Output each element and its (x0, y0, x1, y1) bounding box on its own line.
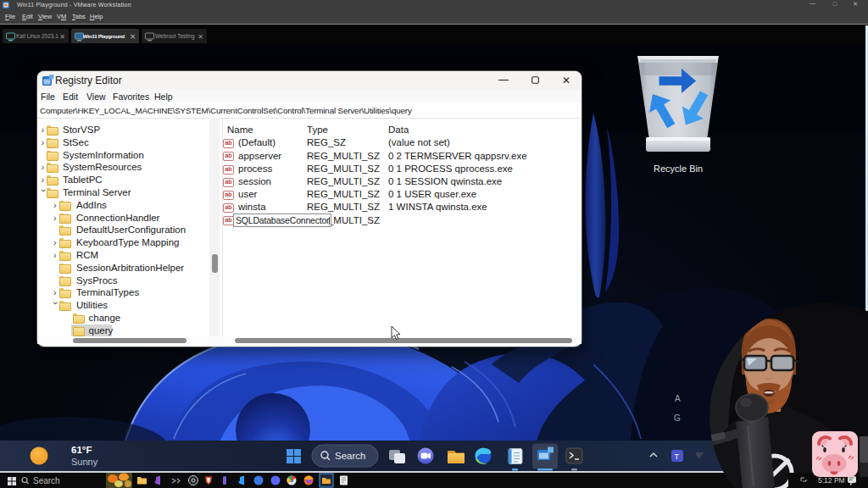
svg-text:Sunny: Sunny (71, 457, 98, 467)
svg-text:Search: Search (335, 451, 365, 461)
svg-text:61°F: 61°F (71, 445, 92, 455)
svg-text:Search: Search (33, 476, 60, 485)
